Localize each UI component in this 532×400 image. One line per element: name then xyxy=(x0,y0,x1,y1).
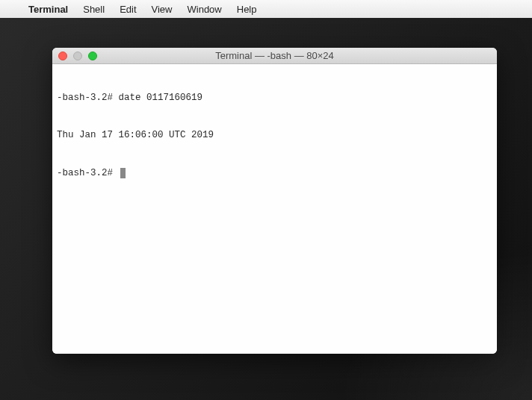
terminal-prompt-line: -bash-3.2# xyxy=(57,167,492,180)
close-button[interactable] xyxy=(58,51,67,60)
window-title: Terminal — -bash — 80×24 xyxy=(52,50,497,61)
traffic-lights xyxy=(58,51,97,60)
menubar-item-shell[interactable]: Shell xyxy=(83,4,105,15)
menubar-item-view[interactable]: View xyxy=(152,4,173,15)
menubar-item-edit[interactable]: Edit xyxy=(120,4,136,15)
terminal-content[interactable]: -bash-3.2# date 0117160619 Thu Jan 17 16… xyxy=(52,64,497,354)
minimize-button[interactable] xyxy=(73,51,82,60)
terminal-line: -bash-3.2# date 0117160619 xyxy=(57,92,492,104)
menubar-item-help[interactable]: Help xyxy=(237,4,257,15)
menubar-app-name[interactable]: Terminal xyxy=(28,4,68,15)
terminal-prompt: -bash-3.2# xyxy=(57,168,119,178)
system-menubar: Terminal Shell Edit View Window Help xyxy=(0,0,532,18)
terminal-window: Terminal — -bash — 80×24 -bash-3.2# date… xyxy=(52,48,497,354)
cursor-icon xyxy=(120,168,126,178)
window-titlebar[interactable]: Terminal — -bash — 80×24 xyxy=(52,48,497,64)
maximize-button[interactable] xyxy=(88,51,97,60)
desktop-background: Terminal — -bash — 80×24 -bash-3.2# date… xyxy=(0,18,532,400)
menubar-item-window[interactable]: Window xyxy=(188,4,222,15)
terminal-line: Thu Jan 17 16:06:00 UTC 2019 xyxy=(57,129,492,142)
